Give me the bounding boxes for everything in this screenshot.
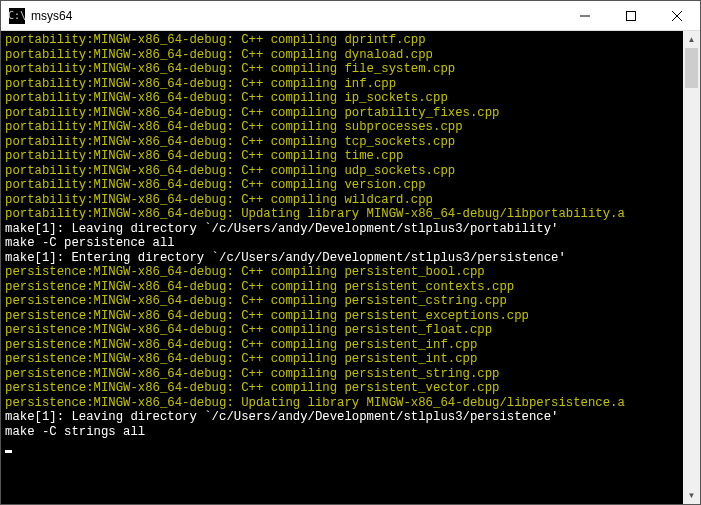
terminal-line: persistence:MINGW-x86_64-debug: C++ comp… — [5, 352, 679, 367]
terminal-line: portability:MINGW-x86_64-debug: C++ comp… — [5, 120, 679, 135]
terminal-line: make[1]: Leaving directory `/c/Users/and… — [5, 222, 679, 237]
terminal-line: portability:MINGW-x86_64-debug: C++ comp… — [5, 106, 679, 121]
terminal-line: persistence:MINGW-x86_64-debug: C++ comp… — [5, 265, 679, 280]
terminal-line: portability:MINGW-x86_64-debug: C++ comp… — [5, 178, 679, 193]
svg-rect-0 — [627, 11, 636, 20]
app-icon: C:\ — [9, 8, 25, 24]
close-button[interactable] — [654, 1, 700, 30]
terminal-line: portability:MINGW-x86_64-debug: C++ comp… — [5, 91, 679, 106]
close-icon — [672, 11, 682, 21]
terminal-line: portability:MINGW-x86_64-debug: Updating… — [5, 207, 679, 222]
terminal-output[interactable]: portability:MINGW-x86_64-debug: C++ comp… — [1, 31, 683, 504]
terminal-line: persistence:MINGW-x86_64-debug: C++ comp… — [5, 323, 679, 338]
terminal-line: portability:MINGW-x86_64-debug: C++ comp… — [5, 48, 679, 63]
terminal-line: make[1]: Leaving directory `/c/Users/and… — [5, 410, 679, 425]
terminal-area: portability:MINGW-x86_64-debug: C++ comp… — [1, 31, 700, 504]
terminal-line: portability:MINGW-x86_64-debug: C++ comp… — [5, 135, 679, 150]
maximize-button[interactable] — [608, 1, 654, 30]
terminal-line: persistence:MINGW-x86_64-debug: C++ comp… — [5, 367, 679, 382]
terminal-line: persistence:MINGW-x86_64-debug: C++ comp… — [5, 381, 679, 396]
terminal-line: persistence:MINGW-x86_64-debug: C++ comp… — [5, 294, 679, 309]
maximize-icon — [626, 11, 636, 21]
terminal-line: persistence:MINGW-x86_64-debug: C++ comp… — [5, 309, 679, 324]
terminal-line: portability:MINGW-x86_64-debug: C++ comp… — [5, 33, 679, 48]
vertical-scrollbar[interactable]: ▲ ▼ — [683, 31, 700, 504]
terminal-line: make -C strings all — [5, 425, 679, 440]
terminal-line: portability:MINGW-x86_64-debug: C++ comp… — [5, 193, 679, 208]
terminal-line: persistence:MINGW-x86_64-debug: C++ comp… — [5, 338, 679, 353]
terminal-line: portability:MINGW-x86_64-debug: C++ comp… — [5, 62, 679, 77]
minimize-button[interactable] — [562, 1, 608, 30]
app-window: C:\ msys64 portability:MINGW-x86_64-debu… — [0, 0, 701, 505]
terminal-line: portability:MINGW-x86_64-debug: C++ comp… — [5, 77, 679, 92]
window-controls — [562, 1, 700, 30]
terminal-cursor-line — [5, 439, 679, 454]
terminal-line: portability:MINGW-x86_64-debug: C++ comp… — [5, 164, 679, 179]
titlebar[interactable]: C:\ msys64 — [1, 1, 700, 31]
scroll-track[interactable] — [683, 48, 700, 487]
scroll-thumb[interactable] — [685, 48, 698, 88]
scroll-up-arrow[interactable]: ▲ — [683, 31, 700, 48]
terminal-line: persistence:MINGW-x86_64-debug: C++ comp… — [5, 280, 679, 295]
terminal-line: make[1]: Entering directory `/c/Users/an… — [5, 251, 679, 266]
cursor — [5, 450, 12, 453]
window-title: msys64 — [31, 9, 562, 23]
scroll-down-arrow[interactable]: ▼ — [683, 487, 700, 504]
minimize-icon — [580, 11, 590, 21]
terminal-line: make -C persistence all — [5, 236, 679, 251]
terminal-line: persistence:MINGW-x86_64-debug: Updating… — [5, 396, 679, 411]
terminal-line: portability:MINGW-x86_64-debug: C++ comp… — [5, 149, 679, 164]
